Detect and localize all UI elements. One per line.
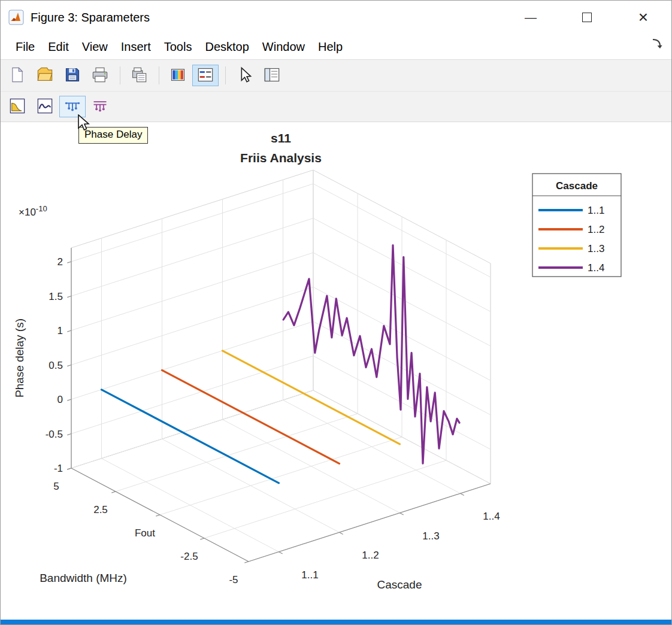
tick-mark <box>461 493 464 495</box>
y-tick-label: 1..2 <box>362 550 379 561</box>
print-figure-icon <box>92 66 108 85</box>
legend-label: 1..2 <box>588 224 604 235</box>
open-file-button[interactable] <box>32 65 58 86</box>
menubar: File Edit View Insert Tools Desktop Wind… <box>1 34 671 59</box>
toolbar-separator <box>159 66 159 84</box>
z-tick-label: 1.5 <box>49 291 63 302</box>
close-icon: × <box>638 9 648 26</box>
x-tick-label: 5 <box>53 481 59 492</box>
matlab-figure-icon <box>8 9 25 26</box>
window-title: Figure 3: Sparameters <box>31 11 150 25</box>
z-tick-label: 2 <box>57 256 63 268</box>
main-toolbar <box>1 59 671 92</box>
dock-figure-icon[interactable] <box>651 38 663 52</box>
insert-colorbar-icon <box>169 66 186 85</box>
print-figure-button[interactable] <box>87 65 113 86</box>
tick-mark <box>67 399 71 401</box>
menu-desktop[interactable]: Desktop <box>198 38 255 56</box>
z-tick-label: 0 <box>57 394 63 405</box>
tick-mark <box>67 330 71 332</box>
z-tick-label: -1 <box>54 463 63 474</box>
phase-delay-icon <box>63 98 81 116</box>
z-axis-label: Phase delay (s) <box>13 318 26 398</box>
tick-mark <box>67 365 71 366</box>
tick-mark <box>67 434 71 435</box>
tick-mark <box>111 491 116 493</box>
tick-mark <box>279 552 283 554</box>
maximize-icon <box>582 13 592 22</box>
plot-tools-icon <box>264 66 280 85</box>
z-scale-label: ×10-10 <box>19 204 47 218</box>
save-figure-icon <box>64 66 81 85</box>
angle-button[interactable] <box>32 96 58 117</box>
x-axis-label: Bandwidth (MHz) <box>40 572 127 584</box>
chart-subtitle: Friis Analysis <box>240 151 322 165</box>
menu-insert[interactable]: Insert <box>114 38 158 56</box>
insert-colorbar-button[interactable] <box>165 65 191 86</box>
legend-label: 1..3 <box>588 243 604 254</box>
window-controls: — × <box>503 1 671 34</box>
z-tick-label: -0.5 <box>46 429 63 440</box>
x-tick-label: -5 <box>229 574 238 585</box>
z-tick-label: 1 <box>57 325 63 336</box>
taskbar-edge <box>1 620 671 624</box>
magnitude-button[interactable] <box>4 96 31 117</box>
menu-tools[interactable]: Tools <box>158 38 199 56</box>
toolbar-separator <box>225 66 226 84</box>
edit-plot-button[interactable] <box>231 65 258 86</box>
legend-label: 1..1 <box>588 205 604 216</box>
legend[interactable]: Cascade1..11..21..31..4 <box>532 174 621 277</box>
menu-window[interactable]: Window <box>256 38 311 56</box>
axes-3d[interactable]: 52.5Fout-2.5-51..11..21..31..4-1-0.500.5… <box>1 122 671 623</box>
menu-edit[interactable]: Edit <box>41 38 75 56</box>
angle-icon <box>36 98 54 116</box>
close-button[interactable]: × <box>615 1 671 34</box>
titlebar: Figure 3: Sparameters — × <box>1 1 671 34</box>
insert-legend-icon <box>197 66 214 85</box>
legend-label: 1..4 <box>588 262 604 274</box>
open-file-icon <box>37 66 53 85</box>
menu-file[interactable]: File <box>9 38 41 56</box>
tick-mark <box>400 513 404 515</box>
print-preview-icon <box>131 66 147 85</box>
minimize-button[interactable]: — <box>503 1 559 34</box>
y-tick-label: 1..4 <box>483 511 500 522</box>
legend-title: Cascade <box>556 180 598 192</box>
insert-legend-button[interactable] <box>192 65 219 86</box>
x-tick-label: Fout <box>135 527 155 539</box>
mouse-cursor-icon <box>77 114 92 132</box>
print-preview-button[interactable] <box>126 65 152 86</box>
group-delay-icon <box>91 98 109 116</box>
figure-canvas: 52.5Fout-2.5-51..11..21..31..4-1-0.500.5… <box>1 122 671 623</box>
tick-mark <box>67 296 71 298</box>
chart-title: s11 <box>271 131 291 145</box>
tooltip-text: Phase Delay <box>84 129 142 140</box>
magnitude-icon <box>8 98 26 116</box>
tick-mark <box>156 515 160 516</box>
toolbar-separator <box>120 66 120 84</box>
save-figure-button[interactable] <box>59 65 86 86</box>
maximize-button[interactable] <box>559 1 615 34</box>
x-tick-label: -2.5 <box>180 551 198 562</box>
plot-tools-button[interactable] <box>259 65 285 86</box>
y-tick-label: 1..3 <box>422 530 439 542</box>
y-tick-label: 1..1 <box>301 569 318 581</box>
new-figure-button[interactable] <box>4 65 31 86</box>
plot-toolbar <box>1 92 671 122</box>
menu-help[interactable]: Help <box>311 38 349 56</box>
tick-mark <box>200 538 204 539</box>
z-tick-label: 0.5 <box>49 360 63 371</box>
tick-mark <box>67 468 71 469</box>
x-tick-label: 2.5 <box>93 504 108 515</box>
tick-mark <box>244 562 249 563</box>
tick-mark <box>67 262 71 263</box>
tick-mark <box>340 532 343 534</box>
edit-plot-icon <box>236 66 253 85</box>
new-figure-icon <box>9 66 26 85</box>
figure-window: Figure 3: Sparameters — × File Edit View… <box>0 0 672 625</box>
y-axis-label: Cascade <box>377 578 422 591</box>
minimize-icon: — <box>525 11 537 25</box>
menu-view[interactable]: View <box>75 38 114 56</box>
